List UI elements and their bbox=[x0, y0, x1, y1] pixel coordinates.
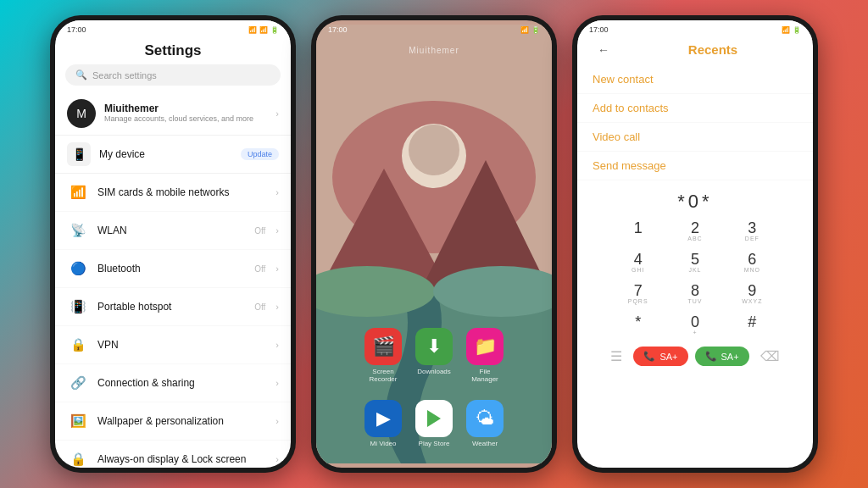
app-downloads[interactable]: ⬇ Downloads bbox=[415, 328, 453, 383]
app-icon-screen-recorder: 🎬 bbox=[364, 328, 402, 365]
account-info: Miuithemer Manage accounts, cloud servic… bbox=[104, 103, 267, 125]
chevron-icon-vpn: › bbox=[275, 340, 279, 350]
item-value-hotspot: Off bbox=[254, 302, 265, 312]
item-value-bluetooth: Off bbox=[254, 264, 265, 274]
settings-item-vpn[interactable]: 🔒 VPN › bbox=[55, 326, 291, 364]
dial-letters-4: JKL bbox=[688, 267, 701, 273]
home-phone: 17:00 📶 🔋 Miuithemer 🎬 ScreenRecorder ⬇ bbox=[311, 15, 557, 473]
account-desc: Manage accounts, cloud services, and mor… bbox=[104, 114, 267, 125]
dial-key-7[interactable]: 7 PQRS bbox=[610, 279, 665, 308]
device-icon: 📱 bbox=[67, 142, 91, 166]
search-bar[interactable]: 🔍 Search settings bbox=[65, 64, 281, 86]
chevron-icon-wallpaper: › bbox=[275, 416, 279, 426]
recents-list: New contactAdd to contactsVideo callSend… bbox=[577, 62, 813, 184]
status-icons-recents: 📶 🔋 bbox=[782, 26, 801, 34]
dial-key-2[interactable]: 2 ABC bbox=[667, 216, 722, 246]
dial-key-#[interactable]: # bbox=[725, 310, 780, 340]
account-row[interactable]: M Miuithemer Manage accounts, cloud serv… bbox=[55, 92, 291, 136]
item-icon-connection: 🔗 bbox=[67, 372, 89, 394]
recents-item-2[interactable]: Video call bbox=[577, 123, 813, 152]
item-icon-bluetooth: 🔵 bbox=[67, 258, 89, 280]
recents-item-0[interactable]: New contact bbox=[577, 65, 813, 94]
call-label-red: SA+ bbox=[659, 352, 677, 362]
phone-icon-red: 📞 bbox=[643, 351, 655, 362]
settings-item-bluetooth[interactable]: 🔵 Bluetooth Off › bbox=[55, 250, 291, 288]
time-home: 17:00 bbox=[328, 25, 348, 34]
app-mi-video[interactable]: ▶ Mi Video bbox=[364, 400, 402, 447]
home-screen: 17:00 📶 🔋 Miuithemer 🎬 ScreenRecorder ⬇ bbox=[316, 20, 552, 468]
dial-key-1[interactable]: 1 bbox=[610, 216, 665, 246]
item-icon-wallpaper: 🖼️ bbox=[67, 410, 89, 432]
dial-key-3[interactable]: 3 DEF bbox=[725, 216, 780, 246]
app-icon-file-manager: 📁 bbox=[466, 328, 504, 365]
dial-bottom: ☰ 📞 SA+ 📞 SA+ ⌫ bbox=[610, 343, 780, 369]
status-icons-home: 📶 🔋 bbox=[520, 26, 540, 34]
app-label-mi-video: Mi Video bbox=[370, 440, 397, 447]
settings-item-sim[interactable]: 📶 SIM cards & mobile networks › bbox=[55, 174, 291, 212]
recents-screen: 17:00 📶 🔋 ← Recents New contactAdd to co… bbox=[577, 20, 813, 468]
call-label-green: SA+ bbox=[721, 352, 739, 362]
dial-key-8[interactable]: 8 TUV bbox=[667, 279, 722, 308]
dial-key-4[interactable]: 4 GHI bbox=[610, 247, 665, 277]
account-name: Miuithemer bbox=[104, 103, 267, 114]
call-buttons: 📞 SA+ 📞 SA+ bbox=[633, 347, 748, 366]
dial-display: *0* bbox=[677, 186, 712, 216]
settings-screen: 17:00 📶 📶 🔋 Settings 🔍 Search settings M… bbox=[55, 20, 291, 468]
delete-icon[interactable]: ⌫ bbox=[760, 348, 780, 364]
search-icon: 🔍 bbox=[75, 69, 87, 80]
app-screen-recorder[interactable]: 🎬 ScreenRecorder bbox=[364, 328, 402, 383]
call-button-sa-red[interactable]: 📞 SA+ bbox=[633, 347, 687, 366]
call-button-sa-green[interactable]: 📞 SA+ bbox=[695, 347, 749, 366]
dial-key-9[interactable]: 9 WXYZ bbox=[725, 279, 780, 308]
settings-item-connection[interactable]: 🔗 Connection & sharing › bbox=[55, 364, 291, 402]
item-value-wlan: Off bbox=[254, 226, 265, 236]
settings-item-lockscreen[interactable]: 🔒 Always-on display & Lock screen › bbox=[55, 441, 291, 468]
menu-icon[interactable]: ☰ bbox=[610, 348, 622, 364]
dial-num-3: 4 bbox=[634, 252, 643, 267]
app-icon-weather: 🌤 bbox=[466, 400, 504, 437]
item-label-bluetooth: Bluetooth bbox=[97, 263, 246, 274]
dial-key-*[interactable]: * bbox=[610, 310, 665, 340]
status-bar-home: 17:00 📶 🔋 bbox=[316, 20, 552, 39]
settings-item-wallpaper[interactable]: 🖼️ Wallpaper & personalization › bbox=[55, 402, 291, 441]
recents-header: ← Recents bbox=[577, 39, 813, 62]
recents-item-1[interactable]: Add to contacts bbox=[577, 94, 813, 123]
dial-key-0[interactable]: 0 + bbox=[667, 310, 722, 340]
device-label: My device bbox=[99, 148, 232, 160]
settings-item-hotspot[interactable]: 📳 Portable hotspot Off › bbox=[55, 288, 291, 326]
device-row[interactable]: 📱 My device Update bbox=[55, 136, 291, 174]
app-icon-play-store bbox=[415, 400, 453, 437]
dial-num-2: 3 bbox=[748, 220, 756, 236]
dial-num-10: 0 bbox=[691, 314, 699, 330]
chevron-icon-hotspot: › bbox=[275, 302, 279, 312]
app-weather[interactable]: 🌤 Weather bbox=[466, 400, 504, 447]
chevron-icon-account: › bbox=[275, 108, 279, 119]
dial-num-4: 5 bbox=[691, 252, 699, 267]
chevron-icon-wlan: › bbox=[275, 225, 279, 236]
item-icon-sim: 📶 bbox=[67, 181, 89, 203]
time-recents: 17:00 bbox=[589, 25, 609, 34]
app-play-store[interactable]: Play Store bbox=[415, 400, 453, 447]
dial-key-6[interactable]: 6 MNO bbox=[725, 247, 780, 277]
dial-letters-8: WXYZ bbox=[742, 298, 762, 304]
app-label-weather: Weather bbox=[472, 440, 498, 447]
app-file-manager[interactable]: 📁 FileManager bbox=[466, 328, 504, 383]
update-badge: Update bbox=[241, 148, 279, 160]
dial-num-8: 9 bbox=[748, 283, 756, 298]
item-label-connection: Connection & sharing bbox=[97, 377, 267, 389]
svg-marker-9 bbox=[427, 410, 441, 427]
phone-recents: 17:00 📶 🔋 ← Recents New contactAdd to co… bbox=[572, 15, 818, 473]
dial-key-5[interactable]: 5 JKL bbox=[667, 247, 722, 277]
app-label-screen-recorder: ScreenRecorder bbox=[370, 368, 398, 383]
back-button[interactable]: ← bbox=[586, 40, 621, 60]
dial-num-5: 6 bbox=[748, 252, 756, 267]
dial-num-11: # bbox=[748, 314, 756, 330]
item-label-hotspot: Portable hotspot bbox=[97, 301, 246, 313]
item-icon-vpn: 🔒 bbox=[67, 334, 89, 356]
settings-item-wlan[interactable]: 📡 WLAN Off › bbox=[55, 212, 291, 250]
settings-list: 📶 SIM cards & mobile networks › 📡 WLAN O… bbox=[55, 174, 291, 468]
dial-num-0: 1 bbox=[634, 220, 643, 236]
app-icon-downloads: ⬇ bbox=[415, 328, 453, 365]
item-label-wallpaper: Wallpaper & personalization bbox=[97, 415, 267, 427]
recents-item-3[interactable]: Send message bbox=[577, 152, 813, 180]
